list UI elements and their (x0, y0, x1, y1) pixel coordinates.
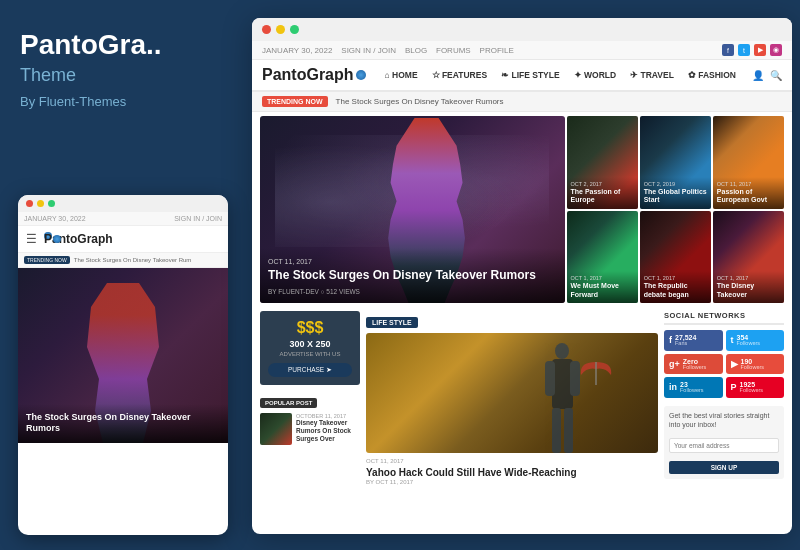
grid-title-4: We Must Move Forward (571, 282, 634, 299)
twitter-card-info: 354 Followers (737, 334, 761, 347)
grid-item-5[interactable]: OCT 1, 2017 The Republic debate began (640, 211, 711, 304)
social-card-twitter[interactable]: t 354 Followers (726, 330, 785, 351)
center-column: LIFE STYLE OCT 11, 2017 (366, 311, 658, 534)
lifestyle-title: Yahoo Hack Could Still Have Wide-Reachin… (366, 466, 658, 479)
grid-overlay-6: OCT 1, 2017 The Disney Takeover (713, 271, 784, 303)
social-card-linkedin[interactable]: in 23 Followers (664, 377, 723, 398)
browser-dot-red[interactable] (262, 25, 271, 34)
brand-title: PantoGra.. (20, 30, 228, 61)
mobile-hero-overlay: The Stock Surges On Disney Takeover Rumo… (18, 404, 228, 443)
popular-post-section: POPULAR POST OCTOBER 11, 2017 Disney Tak… (260, 391, 360, 445)
hero-main-article[interactable]: OCT 11, 2017 The Stock Surges On Disney … (260, 116, 565, 303)
left-panel: PantoGra.. Theme By Fluent-Themes JANUAR… (0, 0, 248, 550)
newsletter-email-input[interactable] (669, 438, 779, 453)
youtube-card-icon: ▶ (731, 359, 738, 369)
pinterest-label: Followers (740, 388, 764, 394)
grid-date-4: OCT 1, 2017 (571, 275, 634, 281)
facebook-card-icon: f (669, 335, 672, 345)
nav-items: ⌂ HOME ☆ FEATURES ❧ LIFE STYLE ✦ WORLD ✈… (378, 66, 752, 84)
facebook-card-info: 27,524 Fans (675, 334, 696, 347)
youtube-card-info: 190 Followers (741, 358, 765, 371)
grid-item-4[interactable]: OCT 1, 2017 We Must Move Forward (567, 211, 638, 304)
svg-rect-4 (552, 408, 561, 453)
twitter-card-icon: t (731, 335, 734, 345)
social-card-pinterest[interactable]: P 1925 Followers (726, 377, 785, 398)
popular-item[interactable]: OCTOBER 11, 2017 Disney Takeover Rumors … (260, 413, 360, 445)
ad-purchase-button[interactable]: PURCHASE ➤ (268, 363, 352, 377)
topbar-blog[interactable]: BLOG (405, 46, 427, 55)
mobile-logo-dot (53, 235, 61, 243)
nav-item-travel[interactable]: ✈ TRAVEL (623, 66, 681, 84)
mobile-trending-text: The Stock Surges On Disney Takeover Rum (74, 257, 192, 263)
instagram-icon[interactable]: ◉ (770, 44, 782, 56)
newsletter-signup-button[interactable]: SIGN UP (669, 461, 779, 474)
ad-dollar-sign: $$$ (268, 319, 352, 337)
twitter-icon[interactable]: t (738, 44, 750, 56)
grid-title-3: Passion of European Govt (717, 188, 780, 205)
trending-badge: TRENDING NOW (262, 96, 328, 107)
grid-title-1: The Passion of Europe (571, 188, 634, 205)
mobile-dot-yellow (37, 200, 44, 207)
grid-overlay-1: OCT 2, 2017 The Passion of Europe (567, 177, 638, 209)
topbar-signin[interactable]: SIGN IN / JOIN (341, 46, 396, 55)
newsletter-text: Get the best viral stories straight into… (669, 411, 779, 429)
popular-title: Disney Takeover Rumors On Stock Surges O… (296, 419, 360, 442)
pinterest-card-info: 1925 Followers (740, 381, 764, 394)
grid-title-6: The Disney Takeover (717, 282, 780, 299)
twitter-label: Followers (737, 341, 761, 347)
hamburger-icon[interactable]: ☰ (26, 232, 37, 246)
browser-dot-green[interactable] (290, 25, 299, 34)
mobile-logo: PantoGraph (43, 232, 61, 246)
search-icon[interactable]: 🔍 (770, 70, 782, 81)
svg-rect-2 (545, 361, 555, 396)
topbar-date: JANUARY 30, 2022 (262, 46, 332, 55)
browser-dot-yellow[interactable] (276, 25, 285, 34)
nav-item-home[interactable]: ⌂ HOME (378, 66, 425, 84)
youtube-icon[interactable]: ▶ (754, 44, 766, 56)
user-icon[interactable]: 👤 (752, 70, 764, 81)
grid-overlay-2: OCT 2, 2019 The Global Politics Start (640, 177, 711, 209)
grid-item-6[interactable]: OCT 1, 2017 The Disney Takeover (713, 211, 784, 304)
mobile-dot-green (48, 200, 55, 207)
topbar-forums[interactable]: FORUMS (436, 46, 471, 55)
mobile-window-dots (18, 195, 228, 212)
lifestyle-hero-image[interactable] (366, 333, 658, 453)
grid-overlay-4: OCT 1, 2017 We Must Move Forward (567, 271, 638, 303)
social-card-googleplus[interactable]: g+ Zero Followers (664, 354, 723, 375)
grid-item-3[interactable]: OCT 11, 2017 Passion of European Govt (713, 116, 784, 209)
logo-dot-icon (356, 70, 366, 80)
trending-text: The Stock Surges On Disney Takeover Rumo… (336, 97, 504, 106)
svg-rect-5 (564, 408, 573, 453)
social-card-youtube[interactable]: ▶ 190 Followers (726, 354, 785, 375)
mobile-logo-text: PantoGraph (44, 232, 52, 240)
grid-item-1[interactable]: OCT 2, 2017 The Passion of Europe (567, 116, 638, 209)
topbar-left: JANUARY 30, 2022 SIGN IN / JOIN BLOG FOR… (262, 46, 514, 55)
ad-size: 300 X 250 (268, 339, 352, 349)
site-navigation: PantoGraph ⌂ HOME ☆ FEATURES ❧ LIFE STYL… (252, 60, 792, 92)
nav-item-world[interactable]: ✦ WORLD (567, 66, 623, 84)
facebook-label: Fans (675, 341, 696, 347)
mobile-date: JANUARY 30, 2022 (24, 215, 86, 222)
popular-thumb (260, 413, 292, 445)
grid-item-2[interactable]: OCT 2, 2019 The Global Politics Start (640, 116, 711, 209)
mobile-trending-badge: TRENDING NOW (24, 256, 70, 264)
browser-chrome (252, 18, 792, 41)
grid-date-1: OCT 2, 2017 (571, 181, 634, 187)
nav-item-fashion[interactable]: ✿ FASHION (681, 66, 743, 84)
lifestyle-bg (366, 333, 658, 453)
mobile-hero: The Stock Surges On Disney Takeover Rumo… (18, 268, 228, 443)
hero-section: OCT 11, 2017 The Stock Surges On Disney … (252, 112, 792, 307)
googleplus-card-info: Zero Followers (683, 358, 707, 371)
social-card-facebook[interactable]: f 27,524 Fans (664, 330, 723, 351)
nav-item-features[interactable]: ☆ FEATURES (425, 66, 495, 84)
grid-date-5: OCT 1, 2017 (644, 275, 707, 281)
googleplus-card-icon: g+ (669, 359, 680, 369)
grid-date-3: OCT 11, 2017 (717, 181, 780, 187)
facebook-icon[interactable]: f (722, 44, 734, 56)
left-column: $$$ 300 X 250 ADVERTISE WITH US PURCHASE… (260, 311, 360, 534)
hero-main-overlay: OCT 11, 2017 The Stock Surges On Disney … (260, 248, 565, 303)
topbar-profile[interactable]: PROFILE (480, 46, 514, 55)
hero-meta: BY FLUENT-DEV ○ 512 VIEWS (268, 288, 557, 295)
brand-subtitle: Theme (20, 65, 228, 86)
nav-item-lifestyle[interactable]: ❧ LIFE STYLE (494, 66, 567, 84)
